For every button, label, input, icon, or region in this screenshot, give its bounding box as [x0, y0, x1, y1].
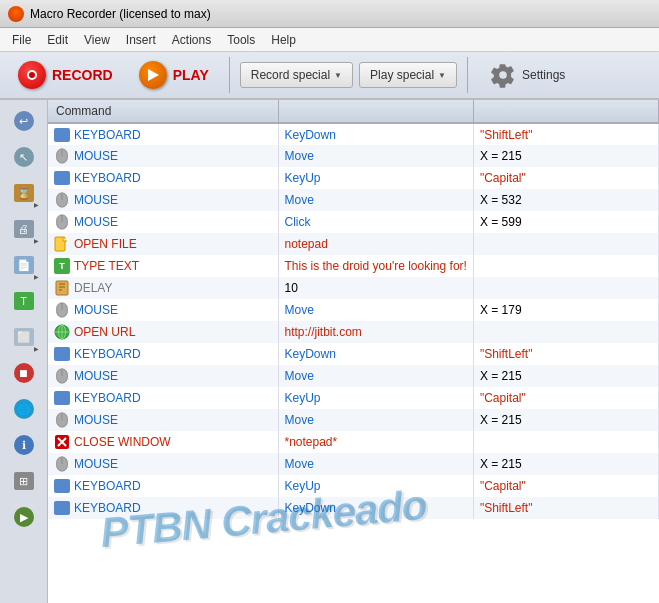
cmd-action: KeyUp	[278, 475, 473, 497]
sidebar-icon-7[interactable]: ⏹	[7, 356, 41, 390]
column-header-params	[473, 100, 658, 123]
menu-item-help[interactable]: Help	[263, 31, 304, 49]
settings-button[interactable]: Settings	[482, 58, 573, 92]
cmd-icon-mouse	[54, 148, 70, 164]
table-row[interactable]: TTYPE TEXTThis is the droid you're looki…	[48, 255, 659, 277]
gear-icon	[490, 62, 516, 88]
cmd-params: X = 532	[473, 189, 658, 211]
cmd-params	[473, 277, 658, 299]
cmd-params: X = 599	[473, 211, 658, 233]
sidebar-icon-5[interactable]: T	[7, 284, 41, 318]
table-row[interactable]: MOUSEMoveX = 532	[48, 189, 659, 211]
play-special-arrow: ▼	[438, 71, 446, 80]
table-row[interactable]: MOUSEMoveX = 215	[48, 365, 659, 387]
cmd-icon-keyboard	[54, 347, 70, 361]
command-table-area[interactable]: Command KEYBOARDKeyDown"ShiftLeft"MOUSEM…	[48, 100, 659, 603]
play-icon	[139, 61, 167, 89]
table-row[interactable]: OPEN URLhttp://jitbit.com	[48, 321, 659, 343]
record-special-arrow: ▼	[334, 71, 342, 80]
sidebar-icon-8[interactable]: 🌐	[7, 392, 41, 426]
table-row[interactable]: KEYBOARDKeyDown"ShiftLeft"	[48, 497, 659, 519]
cmd-action: *notepad*	[278, 431, 473, 453]
cmd-params: "ShiftLeft"	[473, 123, 658, 145]
menu-item-view[interactable]: View	[76, 31, 118, 49]
sidebar-icon-9[interactable]: ℹ	[7, 428, 41, 462]
cmd-action: notepad	[278, 233, 473, 255]
cmd-action: Move	[278, 145, 473, 167]
titlebar: Macro Recorder (licensed to max)	[0, 0, 659, 28]
cmd-params: "ShiftLeft"	[473, 497, 658, 519]
sidebar-icon-0[interactable]: ↩	[7, 104, 41, 138]
table-row[interactable]: OPEN FILEnotepad	[48, 233, 659, 255]
cmd-name: MOUSE	[74, 457, 118, 471]
cmd-name: KEYBOARD	[74, 501, 141, 515]
cmd-action: 10	[278, 277, 473, 299]
cmd-action: KeyUp	[278, 167, 473, 189]
table-row[interactable]: MOUSEClickX = 599	[48, 211, 659, 233]
table-row[interactable]: CLOSE WINDOW*notepad*	[48, 431, 659, 453]
sidebar-icon-1[interactable]: ↖	[7, 140, 41, 174]
record-special-button[interactable]: Record special ▼	[240, 62, 353, 88]
record-button[interactable]: RECORD	[8, 57, 123, 93]
cmd-action: Move	[278, 189, 473, 211]
cmd-icon-close	[54, 434, 70, 450]
table-row[interactable]: DELAY10	[48, 277, 659, 299]
menu-item-insert[interactable]: Insert	[118, 31, 164, 49]
cmd-icon-keyboard	[54, 391, 70, 405]
column-header-command: Command	[48, 100, 278, 123]
cmd-name: TYPE TEXT	[74, 259, 139, 273]
cmd-name: KEYBOARD	[74, 391, 141, 405]
table-row[interactable]: KEYBOARDKeyDown"ShiftLeft"	[48, 123, 659, 145]
main-area: ↩↖⌛🖨📄T⬜⏹🌐ℹ⊞▶ Command KEYBOARDKeyDown"Shi…	[0, 100, 659, 603]
record-special-label: Record special	[251, 68, 330, 82]
cmd-name: OPEN FILE	[74, 237, 137, 251]
cmd-icon-keyboard	[54, 479, 70, 493]
cmd-params	[473, 233, 658, 255]
menu-item-actions[interactable]: Actions	[164, 31, 219, 49]
table-row[interactable]: KEYBOARDKeyUp"Capital"	[48, 387, 659, 409]
menubar: FileEditViewInsertActionsToolsHelp	[0, 28, 659, 52]
cmd-params: "ShiftLeft"	[473, 343, 658, 365]
play-label: PLAY	[173, 67, 209, 83]
cmd-icon-mouse	[54, 192, 70, 208]
table-row[interactable]: KEYBOARDKeyDown"ShiftLeft"	[48, 343, 659, 365]
cmd-action: KeyDown	[278, 497, 473, 519]
table-row[interactable]: MOUSEMoveX = 215	[48, 453, 659, 475]
sidebar-icon-3[interactable]: 🖨	[7, 212, 41, 246]
menu-item-file[interactable]: File	[4, 31, 39, 49]
table-row[interactable]: MOUSEMoveX = 215	[48, 145, 659, 167]
table-row[interactable]: MOUSEMoveX = 179	[48, 299, 659, 321]
sidebar-icon-6[interactable]: ⬜	[7, 320, 41, 354]
column-header-action	[278, 100, 473, 123]
cmd-name: DELAY	[74, 281, 112, 295]
cmd-params: "Capital"	[473, 475, 658, 497]
table-row[interactable]: KEYBOARDKeyUp"Capital"	[48, 167, 659, 189]
table-row[interactable]: MOUSEMoveX = 215	[48, 409, 659, 431]
menu-item-edit[interactable]: Edit	[39, 31, 76, 49]
cmd-name: MOUSE	[74, 193, 118, 207]
cmd-icon-mouse	[54, 456, 70, 472]
cmd-name: KEYBOARD	[74, 128, 141, 142]
sidebar-icon-2[interactable]: ⌛	[7, 176, 41, 210]
cmd-icon-url	[54, 324, 70, 340]
cmd-action: http://jitbit.com	[278, 321, 473, 343]
play-special-button[interactable]: Play special ▼	[359, 62, 457, 88]
play-button[interactable]: PLAY	[129, 57, 219, 93]
cmd-name: MOUSE	[74, 215, 118, 229]
cmd-icon-keyboard	[54, 501, 70, 515]
menu-item-tools[interactable]: Tools	[219, 31, 263, 49]
cmd-action: Move	[278, 453, 473, 475]
cmd-name: KEYBOARD	[74, 171, 141, 185]
cmd-name: MOUSE	[74, 369, 118, 383]
sidebar-icon-10[interactable]: ⊞	[7, 464, 41, 498]
record-icon	[18, 61, 46, 89]
sidebar-icon-11[interactable]: ▶	[7, 500, 41, 534]
cmd-name: CLOSE WINDOW	[74, 435, 171, 449]
toolbar-separator-2	[467, 57, 468, 93]
cmd-action: KeyDown	[278, 123, 473, 145]
sidebar-icon-4[interactable]: 📄	[7, 248, 41, 282]
cmd-action: Move	[278, 409, 473, 431]
cmd-icon-delay	[54, 280, 70, 296]
table-row[interactable]: KEYBOARDKeyUp"Capital"	[48, 475, 659, 497]
cmd-icon-mouse	[54, 368, 70, 384]
